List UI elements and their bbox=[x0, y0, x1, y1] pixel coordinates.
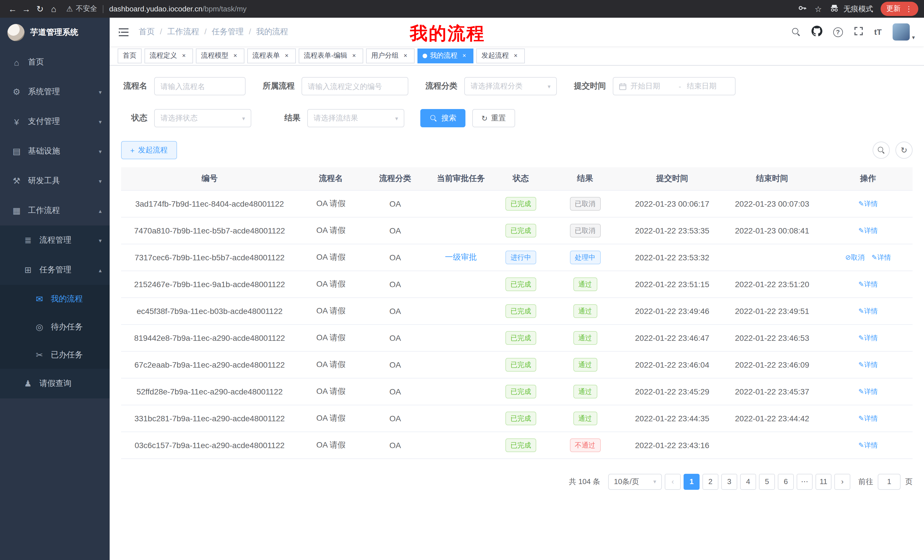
sidebar-item-infrastructure[interactable]: ▤基础设施▾ bbox=[0, 136, 110, 166]
site-security[interactable]: ⚠ 不安全 bbox=[66, 4, 97, 14]
page-button-4[interactable]: 4 bbox=[740, 473, 756, 490]
detail-action-link[interactable]: ✎详情 bbox=[858, 441, 878, 449]
page-button-6[interactable]: 6 bbox=[778, 473, 794, 490]
result-select[interactable]: 请选择流结果 ▾ bbox=[307, 109, 404, 127]
tab-close-icon[interactable]: × bbox=[402, 52, 410, 60]
process-definition-input[interactable] bbox=[302, 77, 408, 95]
tab-home[interactable]: 首页 bbox=[118, 48, 142, 63]
tab-process-form[interactable]: 流程表单× bbox=[247, 48, 296, 63]
column-header: 当前审批任务 bbox=[427, 167, 495, 190]
search-button[interactable]: 搜索 bbox=[420, 109, 465, 127]
tab-close-icon[interactable]: × bbox=[231, 52, 239, 60]
tab-process-form-edit[interactable]: 流程表单-编辑× bbox=[298, 48, 363, 63]
sidebar-item-system-management[interactable]: ⚙系统管理▾ bbox=[0, 77, 110, 107]
github-icon[interactable] bbox=[812, 26, 822, 38]
detail-action-link[interactable]: ✎详情 bbox=[858, 307, 878, 315]
process-name-input[interactable] bbox=[154, 77, 246, 95]
cell-actions: ✎详情 bbox=[824, 324, 913, 351]
page-button-11[interactable]: 11 bbox=[816, 473, 831, 490]
current-task-link[interactable]: 一级审批 bbox=[445, 252, 477, 261]
prev-page-button[interactable]: ‹ bbox=[665, 473, 681, 490]
tab-start-process[interactable]: 发起流程× bbox=[476, 48, 525, 63]
tab-close-icon[interactable]: × bbox=[512, 52, 520, 60]
toggle-search-button[interactable] bbox=[873, 142, 890, 159]
sidebar-item-task-management[interactable]: ⊞任务管理▴ bbox=[0, 255, 110, 285]
page-button-1[interactable]: 1 bbox=[684, 473, 700, 490]
detail-action-link[interactable]: ✎详情 bbox=[858, 226, 878, 234]
sidebar-item-leave-query[interactable]: ♟请假查询 bbox=[0, 369, 110, 398]
cell-submit-time: 2022-01-22 23:45:29 bbox=[624, 378, 721, 405]
detail-action-link[interactable]: ✎详情 bbox=[858, 414, 878, 422]
chevron-down-icon: ▾ bbox=[99, 148, 102, 154]
browser-menu-icon[interactable]: ⋮ bbox=[905, 4, 913, 13]
chevron-down-icon: ▾ bbox=[912, 34, 915, 40]
browser-home-icon[interactable]: ⌂ bbox=[47, 4, 60, 14]
cancel-action-link[interactable]: ⊘取消 bbox=[845, 253, 865, 261]
detail-action-link[interactable]: ✎详情 bbox=[858, 280, 878, 288]
sidebar-item-my-process[interactable]: ✉我的流程 bbox=[0, 285, 110, 313]
user-menu[interactable]: ▾ bbox=[892, 23, 915, 40]
font-size-icon[interactable]: tT bbox=[874, 27, 882, 36]
cell-actions: ⊘取消✎详情 bbox=[824, 244, 913, 271]
chevron-up-icon: ▴ bbox=[99, 267, 102, 273]
detail-action-link[interactable]: ✎详情 bbox=[858, 199, 878, 208]
tab-my-process[interactable]: 我的流程× bbox=[417, 48, 473, 63]
status-tag: 已完成 bbox=[506, 438, 536, 452]
page-button-3[interactable]: 3 bbox=[721, 473, 737, 490]
bookmark-star-icon[interactable]: ☆ bbox=[814, 4, 822, 13]
refresh-table-button[interactable]: ↻ bbox=[896, 142, 913, 159]
cell-process-id: 67c2eaab-7b9a-11ec-a290-acde48001122 bbox=[121, 351, 298, 378]
detail-action-link[interactable]: ✎详情 bbox=[858, 387, 878, 395]
more-pages-button[interactable]: ⋯ bbox=[796, 473, 813, 490]
goto-page-input[interactable] bbox=[878, 473, 901, 490]
browser-refresh-icon[interactable]: ↻ bbox=[33, 4, 47, 14]
tab-user-group[interactable]: 用户分组× bbox=[366, 48, 415, 63]
result-tag: 处理中 bbox=[570, 250, 600, 264]
page-size-select[interactable]: 10条/页 ▾ bbox=[608, 473, 662, 490]
cell-result: 通过 bbox=[546, 405, 624, 431]
sidebar-toggle-icon[interactable] bbox=[119, 28, 129, 36]
password-key-icon[interactable] bbox=[798, 3, 807, 14]
fullscreen-icon[interactable] bbox=[854, 26, 864, 38]
submit-time-range-picker[interactable]: 开始日期 - 结束日期 bbox=[613, 77, 735, 95]
sidebar-item-todo-tasks[interactable]: ◎待办任务 bbox=[0, 313, 110, 341]
sidebar-item-process-management[interactable]: ≣流程管理▾ bbox=[0, 226, 110, 255]
detail-action-link[interactable]: ✎详情 bbox=[858, 334, 878, 341]
next-page-button[interactable]: › bbox=[834, 473, 850, 490]
tab-close-icon[interactable]: × bbox=[283, 52, 291, 60]
sidebar-item-home[interactable]: ⌂首页 bbox=[0, 47, 110, 77]
detail-action-link[interactable]: ✎详情 bbox=[872, 253, 891, 261]
breadcrumb-item[interactable]: 工作流程 bbox=[155, 27, 199, 37]
browser-update-button[interactable]: 更新 ⋮ bbox=[880, 2, 918, 16]
sidebar-item-done-tasks[interactable]: ✂已办任务 bbox=[0, 341, 110, 369]
tab-close-icon[interactable]: × bbox=[350, 52, 358, 60]
status-tag: 已完成 bbox=[506, 197, 536, 210]
reset-button[interactable]: ↻ 重置 bbox=[472, 109, 515, 127]
header-search-icon[interactable] bbox=[792, 28, 801, 36]
cell-end-time: 2022-01-22 23:46:53 bbox=[721, 324, 824, 351]
start-process-button[interactable]: + 发起流程 bbox=[121, 141, 177, 159]
breadcrumb-item[interactable]: 任务管理 bbox=[199, 27, 244, 37]
sidebar-item-payment-management[interactable]: ¥支付管理▾ bbox=[0, 107, 110, 136]
breadcrumb-item[interactable]: 首页 bbox=[139, 27, 155, 37]
cell-status: 已完成 bbox=[495, 190, 546, 217]
filter-label: 流程分类 bbox=[424, 81, 458, 91]
page-button-2[interactable]: 2 bbox=[702, 473, 718, 490]
sidebar-item-dev-tools[interactable]: ⚒研发工具▾ bbox=[0, 166, 110, 196]
tab-close-icon[interactable]: × bbox=[180, 52, 188, 60]
tab-close-icon[interactable]: × bbox=[460, 52, 468, 60]
help-icon[interactable] bbox=[833, 27, 843, 37]
page-button-5[interactable]: 5 bbox=[759, 473, 775, 490]
status-select[interactable]: 请选择状态 ▾ bbox=[154, 109, 251, 127]
detail-action-link[interactable]: ✎详情 bbox=[858, 361, 878, 368]
tab-process-model[interactable]: 流程模型× bbox=[196, 48, 244, 63]
address-bar[interactable]: dashboard.yudao.iocoder.cn/bpm/task/my bbox=[109, 4, 246, 13]
sidebar-item-workflow[interactable]: ▦工作流程▴ bbox=[0, 196, 110, 226]
browser-forward-icon[interactable]: → bbox=[20, 4, 33, 14]
tab-process-definition[interactable]: 流程定义× bbox=[144, 48, 193, 63]
category-select[interactable]: 请选择流程分类 ▾ bbox=[464, 77, 557, 95]
app-logo-row[interactable]: 芋道管理系统 bbox=[0, 18, 110, 47]
process-table-host: 编号流程名流程分类当前审批任务状态结果提交时间结束时间操作3ad174fb-7b… bbox=[121, 167, 913, 459]
cell-status: 已完成 bbox=[495, 324, 546, 351]
browser-back-icon[interactable]: ← bbox=[6, 4, 20, 14]
